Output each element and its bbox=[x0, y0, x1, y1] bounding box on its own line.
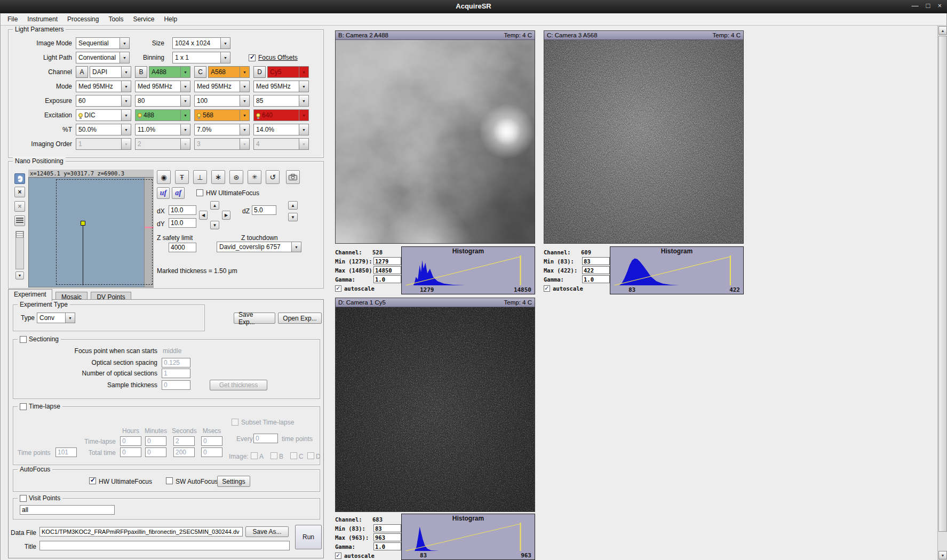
dy-input[interactable] bbox=[169, 218, 196, 228]
autofocus-button[interactable]: af bbox=[172, 187, 185, 199]
focus-offsets-checkbox[interactable] bbox=[249, 54, 256, 61]
chevron-down-icon[interactable]: ▼ bbox=[220, 52, 230, 63]
slider-thumb[interactable] bbox=[16, 231, 23, 238]
chevron-down-icon[interactable]: ▼ bbox=[240, 95, 250, 107]
vertical-scrollbar[interactable]: ▲ ▼ bbox=[937, 26, 947, 560]
binning-select[interactable]: 1 x 1 ▼ bbox=[172, 52, 230, 63]
chevron-down-icon[interactable]: ▼ bbox=[240, 124, 250, 135]
autoscale-checkbox[interactable] bbox=[544, 285, 550, 292]
chevron-down-icon[interactable]: ▼ bbox=[120, 37, 130, 49]
timelapse-checkbox[interactable] bbox=[20, 403, 27, 410]
chevron-down-icon[interactable]: ▼ bbox=[291, 242, 301, 252]
scroll-up-button[interactable]: ▲ bbox=[938, 26, 947, 35]
sectioning-checkbox[interactable] bbox=[20, 336, 27, 343]
menu-service[interactable]: Service bbox=[128, 14, 159, 25]
mode-c-select[interactable]: Med 95MHz ▼ bbox=[194, 81, 250, 92]
hw-ultimatefocus-exp-checkbox[interactable] bbox=[89, 477, 96, 484]
title-input[interactable] bbox=[39, 541, 290, 550]
min-input[interactable] bbox=[582, 257, 610, 265]
visit-points-input[interactable] bbox=[20, 505, 115, 515]
chevron-down-icon[interactable]: ▼ bbox=[240, 81, 250, 92]
light-path-select[interactable]: Conventional ▼ bbox=[76, 52, 130, 63]
chevron-down-icon[interactable]: ▼ bbox=[121, 81, 131, 92]
chevron-down-icon[interactable]: ▼ bbox=[299, 109, 309, 121]
channel-d-select[interactable]: Cy5 ▼ bbox=[267, 66, 309, 78]
move-to-bottom-button[interactable]: ⊥ bbox=[193, 170, 207, 184]
scrollbar-thumb[interactable] bbox=[938, 36, 947, 532]
chevron-down-icon[interactable]: ▼ bbox=[121, 95, 131, 107]
exposure-c-select[interactable]: 100 ▼ bbox=[194, 95, 250, 107]
menu-processing[interactable]: Processing bbox=[62, 14, 104, 25]
image-mode-select[interactable]: Sequential ▼ bbox=[76, 37, 130, 49]
stage-map[interactable] bbox=[28, 177, 154, 287]
channel-a-button[interactable]: A bbox=[76, 66, 88, 78]
goto-point-tool-button[interactable]: × bbox=[14, 187, 25, 197]
channel-d-button[interactable]: D bbox=[253, 66, 266, 78]
mode-d-select[interactable]: Med 95MHz ▼ bbox=[253, 81, 309, 92]
menu-instrument[interactable]: Instrument bbox=[22, 14, 62, 25]
chevron-down-icon[interactable]: ▼ bbox=[299, 66, 309, 78]
focus-star-button[interactable]: ✳ bbox=[248, 170, 261, 184]
save-as-button[interactable]: Save As... bbox=[245, 526, 289, 537]
channel-c-button[interactable]: C bbox=[194, 66, 206, 78]
map-scroll-down-button[interactable]: ▼ bbox=[15, 271, 24, 279]
channel-b-select[interactable]: A488 ▼ bbox=[149, 66, 190, 78]
chevron-down-icon[interactable]: ▼ bbox=[180, 66, 190, 78]
excitation-a-select[interactable]: DIC ▼ bbox=[76, 109, 131, 121]
max-input[interactable] bbox=[373, 533, 401, 541]
pct-d-select[interactable]: 14.0% ▼ bbox=[253, 124, 309, 135]
camera-window-b[interactable]: B: Camera 2 A488 Temp: 4 C bbox=[335, 30, 535, 244]
mode-a-select[interactable]: Med 95MHz ▼ bbox=[76, 81, 131, 92]
chevron-down-icon[interactable]: ▼ bbox=[299, 124, 309, 135]
max-input[interactable] bbox=[373, 266, 401, 274]
min-input[interactable] bbox=[373, 257, 401, 265]
tab-experiment[interactable]: Experiment bbox=[8, 289, 52, 301]
channel-a-select[interactable]: DAPI ▼ bbox=[90, 66, 131, 78]
dz-input[interactable] bbox=[252, 205, 276, 215]
chevron-down-icon[interactable]: ▼ bbox=[120, 52, 130, 63]
pct-a-select[interactable]: 50.0% ▼ bbox=[76, 124, 131, 135]
exposure-a-select[interactable]: 60 ▼ bbox=[76, 95, 131, 107]
z-up-button[interactable]: ▲ bbox=[288, 201, 298, 210]
chevron-down-icon[interactable]: ▼ bbox=[121, 124, 131, 135]
refresh-position-button[interactable]: ↺ bbox=[266, 170, 280, 184]
stage-right-button[interactable]: ▶ bbox=[222, 211, 230, 220]
window-titlebar[interactable]: AcquireSR — □ × bbox=[0, 0, 947, 13]
hw-ultimatefocus-checkbox[interactable] bbox=[196, 189, 203, 196]
chevron-down-icon[interactable]: ▼ bbox=[220, 37, 230, 49]
save-exp-button[interactable]: Save Exp... bbox=[234, 313, 275, 324]
close-button[interactable]: × bbox=[937, 2, 942, 10]
map-zoom-slider[interactable] bbox=[15, 231, 24, 269]
min-input[interactable] bbox=[373, 524, 401, 532]
chevron-down-icon[interactable]: ▼ bbox=[180, 95, 190, 107]
camera-window-c[interactable]: C: Camera 3 A568 Temp: 4 C bbox=[544, 30, 744, 244]
camera-c-image[interactable] bbox=[544, 40, 743, 243]
delete-point-tool-button[interactable]: × bbox=[14, 201, 25, 212]
stage-up-button[interactable]: ▲ bbox=[210, 201, 219, 210]
gamma-input[interactable] bbox=[373, 542, 401, 550]
stage-left-button[interactable]: ◀ bbox=[199, 211, 208, 220]
chevron-down-icon[interactable]: ▼ bbox=[121, 66, 131, 78]
chevron-down-icon[interactable]: ▼ bbox=[240, 109, 250, 121]
chevron-down-icon[interactable]: ▼ bbox=[240, 66, 250, 78]
menu-tools[interactable]: Tools bbox=[104, 14, 128, 25]
center-stage-button[interactable]: ◉ bbox=[157, 170, 171, 184]
max-input[interactable] bbox=[582, 266, 610, 274]
center-z-button[interactable]: ∗ bbox=[211, 170, 225, 184]
excitation-d-select[interactable]: 640 ▼ bbox=[253, 109, 309, 121]
sw-autofocus-checkbox[interactable] bbox=[166, 477, 173, 484]
chevron-down-icon[interactable]: ▼ bbox=[180, 109, 190, 121]
exposure-d-select[interactable]: 85 ▼ bbox=[253, 95, 309, 107]
point-list-tool-button[interactable] bbox=[14, 215, 25, 226]
data-file-input[interactable] bbox=[39, 527, 243, 537]
camera-b-image[interactable] bbox=[336, 40, 535, 243]
chevron-down-icon[interactable]: ▼ bbox=[180, 81, 190, 92]
pan-tool-button[interactable] bbox=[14, 173, 25, 184]
experiment-type-select[interactable]: Conv ▼ bbox=[37, 313, 75, 323]
mode-b-select[interactable]: Med 95MHz ▼ bbox=[135, 81, 190, 92]
z-down-button[interactable]: ▼ bbox=[288, 213, 298, 221]
camera-window-d[interactable]: D: Camera 1 Cy5 Temp: 4 C bbox=[335, 298, 535, 512]
autoscale-checkbox[interactable] bbox=[335, 553, 341, 559]
chevron-down-icon[interactable]: ▼ bbox=[299, 81, 309, 92]
channel-c-select[interactable]: A568 ▼ bbox=[208, 66, 250, 78]
